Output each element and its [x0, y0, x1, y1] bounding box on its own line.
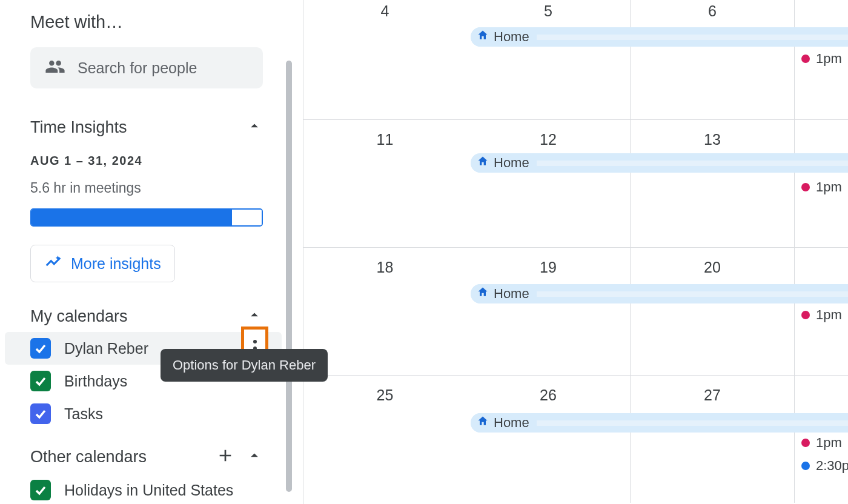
- calendar-week-row: 111213Home1pm: [303, 119, 848, 247]
- calendar-checkbox[interactable]: [30, 480, 51, 500]
- event-time: 1pm: [816, 179, 842, 195]
- calendar-checkbox[interactable]: [30, 338, 51, 359]
- home-label: Home: [494, 415, 529, 431]
- home-icon: [477, 415, 489, 431]
- my-calendars-header[interactable]: My calendars: [30, 307, 263, 326]
- calendar-day-cell[interactable]: 20: [631, 248, 795, 375]
- other-calendars-title: Other calendars: [30, 448, 147, 466]
- event-dot-icon: [801, 439, 810, 447]
- calendar-event[interactable]: 1pm: [801, 307, 842, 323]
- my-calendars-title: My calendars: [30, 307, 128, 326]
- day-number: 13: [631, 131, 794, 148]
- calendar-day-cell[interactable]: 5: [466, 0, 631, 119]
- home-icon: [477, 155, 489, 171]
- day-number: 4: [303, 2, 466, 20]
- more-insights-button[interactable]: More insights: [30, 245, 175, 282]
- calendar-week-row: 181920Home1pm: [303, 247, 848, 375]
- calendar-event[interactable]: 1pm: [801, 51, 842, 67]
- add-calendar-button[interactable]: [216, 446, 235, 468]
- calendar-day-cell[interactable]: 18: [303, 248, 466, 375]
- calendar-day-cell[interactable]: 25: [303, 376, 466, 503]
- meet-with-title: Meet with…: [30, 12, 273, 32]
- calendar-grid: 456Home1pm111213Home1pm181920Home1pm2526…: [303, 0, 848, 504]
- day-number: 5: [466, 2, 630, 20]
- day-number: 20: [631, 259, 794, 276]
- people-icon: [45, 56, 65, 79]
- day-number: 6: [631, 2, 794, 20]
- event-dot-icon: [801, 55, 810, 63]
- event-time: 1pm: [816, 51, 842, 67]
- day-number: 12: [466, 131, 630, 148]
- search-people-input[interactable]: [30, 47, 263, 88]
- calendar-day-cell[interactable]: 12: [466, 120, 631, 247]
- home-icon: [477, 29, 489, 45]
- calendar-item[interactable]: Tasks: [30, 397, 282, 430]
- calendar-checkbox[interactable]: [30, 403, 51, 424]
- other-calendars-list: Holidays in United States: [30, 474, 273, 504]
- insights-progress-fill: [31, 210, 232, 225]
- chevron-up-icon[interactable]: [246, 118, 263, 137]
- insights-date-range: AUG 1 – 31, 2024: [30, 154, 273, 168]
- home-label: Home: [494, 29, 529, 45]
- event-dot-icon: [801, 183, 810, 191]
- home-location-chip[interactable]: Home: [471, 284, 848, 303]
- chevron-up-icon[interactable]: [246, 447, 263, 466]
- home-location-chip[interactable]: Home: [471, 27, 848, 47]
- chevron-up-icon[interactable]: [246, 307, 263, 326]
- home-label: Home: [494, 155, 529, 171]
- calendar-event[interactable]: 1pm: [801, 179, 842, 195]
- calendar-day-cell[interactable]: 13: [631, 120, 795, 247]
- calendar-options-tooltip: Options for Dylan Reber: [161, 349, 328, 382]
- event-time: 1pm: [816, 435, 842, 451]
- day-number: 25: [303, 386, 466, 404]
- event-time: 1pm: [816, 307, 842, 323]
- home-label: Home: [494, 286, 529, 302]
- time-insights-title: Time Insights: [30, 118, 127, 137]
- calendar-week-row: 252627Home1pm2:30p: [303, 375, 848, 503]
- calendar-day-cell[interactable]: 6: [631, 0, 795, 119]
- calendar-day-cell[interactable]: 19: [466, 248, 631, 375]
- day-number: 19: [466, 259, 630, 276]
- sidebar: Meet with… Time Insights AUG 1 – 31, 202…: [0, 0, 303, 504]
- calendar-event[interactable]: 1pm: [801, 435, 842, 451]
- calendar-day-cell[interactable]: 26: [466, 376, 631, 503]
- insights-progress-bar: [30, 208, 263, 227]
- day-number: 27: [631, 386, 794, 404]
- time-insights-header[interactable]: Time Insights: [30, 118, 263, 137]
- calendar-label: Tasks: [64, 405, 282, 423]
- event-dot-icon: [801, 311, 810, 319]
- calendar-day-cell[interactable]: 27: [631, 376, 795, 503]
- calendar-week-row: 456Home1pm: [303, 0, 848, 119]
- calendar-event[interactable]: 2:30p: [801, 458, 848, 474]
- calendar-day-cell[interactable]: 4: [303, 0, 466, 119]
- day-number: 18: [303, 259, 466, 276]
- calendar-item[interactable]: Holidays in United States: [30, 474, 282, 504]
- calendar-checkbox[interactable]: [30, 371, 51, 391]
- event-dot-icon: [801, 462, 810, 470]
- home-icon: [477, 286, 489, 302]
- day-number: 26: [466, 386, 630, 404]
- more-insights-label: More insights: [71, 255, 161, 273]
- insights-meeting-hours: 5.6 hr in meetings: [30, 180, 273, 196]
- calendar-day-cell[interactable]: 11: [303, 120, 466, 247]
- day-number: 11: [303, 131, 466, 148]
- sidebar-scrollbar[interactable]: [286, 61, 292, 492]
- calendar-label: Holidays in United States: [64, 482, 282, 499]
- search-people-field[interactable]: [78, 59, 248, 77]
- home-location-chip[interactable]: Home: [471, 153, 848, 173]
- other-calendars-header[interactable]: Other calendars: [30, 446, 263, 468]
- event-time: 2:30p: [816, 458, 848, 474]
- insights-spark-icon: [44, 253, 62, 274]
- home-location-chip[interactable]: Home: [471, 413, 848, 433]
